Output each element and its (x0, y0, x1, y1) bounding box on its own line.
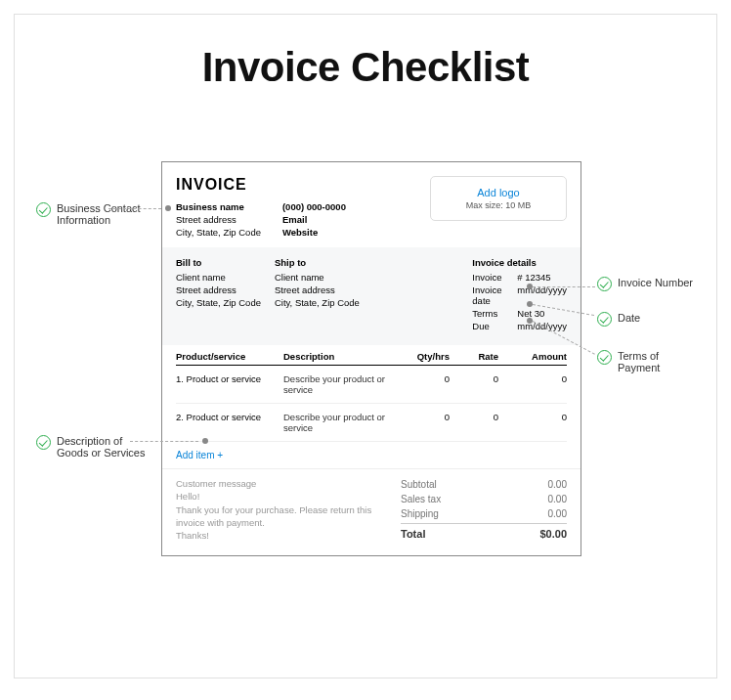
callout-number: Invoice Number (597, 277, 693, 291)
leader-line (130, 441, 198, 442)
col-rate: Rate (450, 351, 498, 362)
shipto-citystate: City, State, Zip Code (275, 297, 360, 308)
inv-terms-k: Terms (472, 308, 511, 319)
check-icon (36, 202, 51, 217)
page-frame: Invoice Checklist INVOICE Business name … (14, 14, 717, 678)
check-icon (597, 350, 612, 365)
add-logo-hint: Max size: 10 MB (466, 200, 532, 210)
add-item-link[interactable]: Add item + (162, 442, 580, 469)
total-v: $0.00 (539, 528, 567, 540)
table-row: 2. Product or service Describe your prod… (176, 404, 567, 442)
billto-street: Street address (176, 284, 261, 295)
msg-l2: Thank you for your purchase. Please retu… (176, 503, 381, 530)
inv-number-k: Invoice (472, 272, 511, 283)
callout-date: Date (597, 312, 640, 327)
subtotal-k: Subtotal (401, 479, 437, 490)
check-icon (597, 312, 612, 327)
table-row: 1. Product or service Describe your prod… (176, 366, 567, 404)
business-email: Email (282, 214, 346, 225)
inv-date-k: Invoice date (472, 284, 511, 306)
tax-k: Sales tax (401, 494, 441, 504)
billto-name: Client name (176, 272, 261, 283)
callout-terms: Terms of Payment (597, 350, 685, 373)
callout-contact-label: Business Contact Information (57, 202, 149, 226)
billto-citystate: City, State, Zip Code (176, 297, 261, 308)
col-product: Product/service (176, 351, 283, 362)
business-street: Street address (176, 214, 261, 225)
row-qty: 0 (401, 373, 450, 384)
ship-k: Shipping (401, 508, 439, 519)
subtotal-v: 0.00 (548, 479, 567, 490)
add-logo-link[interactable]: Add logo (477, 187, 519, 198)
billto-hdr: Bill to (176, 257, 261, 268)
callout-terms-label: Terms of Payment (618, 350, 685, 373)
row-rate: 0 (450, 412, 498, 422)
inv-due-k: Due (472, 321, 511, 331)
leader-line (108, 208, 161, 209)
row-qty: 0 (401, 412, 450, 422)
row-desc: Describe your product or service (283, 412, 401, 433)
add-logo-box[interactable]: Add logo Max size: 10 MB (430, 176, 567, 221)
check-icon (36, 435, 51, 450)
row-name: Product or service (187, 412, 262, 422)
callout-goods: Description of Goods or Services (36, 435, 149, 459)
total-k: Total (401, 528, 425, 540)
col-qty: Qty/hrs (401, 351, 450, 362)
shipto-hdr: Ship to (275, 257, 360, 268)
leader-line (533, 286, 595, 287)
shipto-name: Client name (275, 272, 360, 283)
row-amt: 0 (498, 412, 567, 422)
details-band: Bill to Client name Street address City,… (162, 247, 580, 345)
business-citystate: City, State, Zip Code (176, 227, 261, 238)
callout-contact: Business Contact Information (36, 202, 149, 226)
leader-dot (202, 438, 208, 444)
inv-number-v: # 12345 (517, 272, 550, 283)
callout-number-label: Invoice Number (618, 277, 693, 288)
col-amount: Amount (498, 351, 567, 362)
callout-date-label: Date (618, 312, 640, 324)
row-amt: 0 (498, 373, 567, 384)
invoice-card: INVOICE Business name Street address Cit… (161, 161, 581, 556)
row-num: 2. (176, 412, 184, 422)
business-phone: (000) 000-0000 (282, 201, 346, 212)
leader-dot (165, 205, 171, 211)
page-title: Invoice Checklist (34, 44, 697, 91)
row-desc: Describe your product or service (283, 373, 401, 395)
ship-v: 0.00 (548, 508, 567, 519)
msg-l1: Hello! (176, 490, 381, 503)
business-website: Website (282, 227, 346, 238)
row-rate: 0 (450, 373, 498, 384)
check-icon (597, 277, 612, 291)
msg-hdr: Customer message (176, 477, 381, 490)
row-num: 1. (176, 373, 184, 384)
msg-l3: Thanks! (176, 529, 381, 542)
business-name: Business name (176, 201, 261, 212)
callout-goods-label: Description of Goods or Services (57, 435, 149, 459)
shipto-street: Street address (275, 284, 360, 295)
inv-date-v: mm/dd/yyyy (517, 284, 567, 306)
col-desc: Description (283, 351, 401, 362)
tax-v: 0.00 (548, 494, 567, 504)
row-name: Product or service (187, 373, 262, 384)
details-hdr: Invoice details (472, 257, 567, 268)
invoice-heading: INVOICE (176, 176, 346, 194)
